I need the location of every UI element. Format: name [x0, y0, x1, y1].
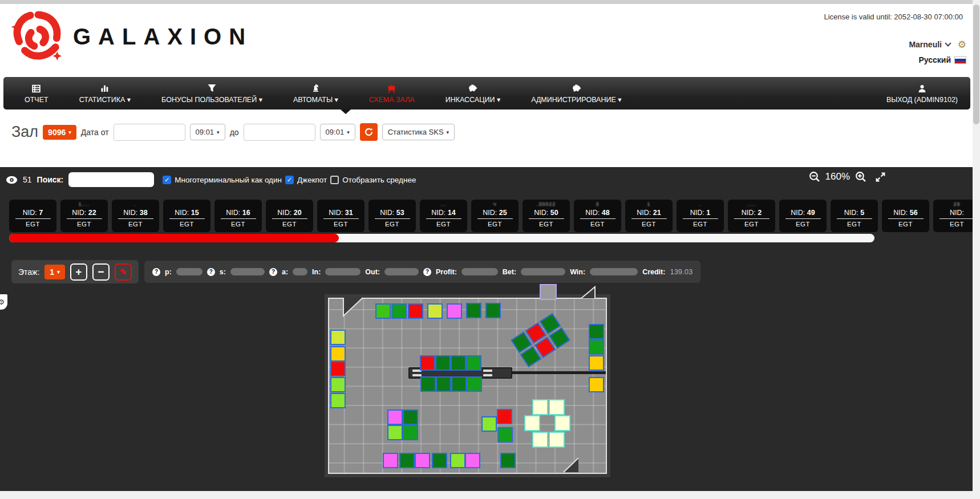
map-machine[interactable]: [554, 415, 570, 431]
checkbox-checked-icon[interactable]: ✓: [163, 176, 171, 184]
help-icon[interactable]: ?: [423, 268, 431, 276]
map-machine[interactable]: [387, 409, 403, 425]
machine-card[interactable]: NID: 5EGT: [831, 200, 878, 232]
checkbox-checked-icon[interactable]: ✓: [285, 176, 294, 184]
machine-card[interactable]: NID: 15EGT: [163, 200, 210, 232]
map-machine[interactable]: [497, 427, 513, 443]
hall-select[interactable]: 9096 ▾: [43, 125, 76, 140]
map-machine[interactable]: [450, 453, 465, 468]
map-machine[interactable]: [387, 425, 403, 440]
map-machine[interactable]: [447, 303, 462, 319]
settings-gear-icon[interactable]: ⚙: [958, 39, 966, 51]
map-machine[interactable]: [383, 453, 398, 468]
map-machine[interactable]: [589, 324, 604, 339]
edit-pencil-button[interactable]: ✎: [115, 263, 132, 281]
checkbox-1[interactable]: ✓Многотерминальный как один: [163, 176, 282, 184]
zoom-out-icon[interactable]: [809, 171, 820, 182]
map-machine[interactable]: [403, 425, 418, 440]
map-machine[interactable]: [330, 330, 346, 345]
date-to-input[interactable]: [244, 124, 315, 141]
machine-card[interactable]: NID: 56EGT: [882, 200, 929, 232]
machine-card[interactable]: NID: 53EGT: [368, 200, 416, 232]
nav-item-4[interactable]: АВТОМАТЫ ▾: [278, 77, 354, 109]
refresh-button[interactable]: [360, 123, 378, 141]
nav-item-2[interactable]: СТАТИСТИКА ▾: [64, 77, 146, 109]
cards-scrollbar-thumb[interactable]: [9, 234, 339, 242]
machine-card[interactable]: 3NID: 48EGT: [574, 200, 621, 232]
machine-card[interactable]: ...NID: 14EGT: [420, 200, 467, 232]
map-machine[interactable]: [481, 416, 497, 432]
location-dropdown[interactable]: Marneuli: [909, 40, 950, 49]
map-machine[interactable]: [399, 453, 415, 468]
map-machine[interactable]: [403, 409, 418, 425]
machine-card[interactable]: .....NID: 2EGT: [728, 200, 775, 232]
map-machine[interactable]: [466, 355, 481, 371]
map-machine[interactable]: [589, 355, 604, 371]
nav-item-1[interactable]: ОТЧЕТ: [9, 77, 64, 109]
map-machine[interactable]: [549, 432, 565, 448]
machine-card[interactable]: .NID: 38EGT: [112, 200, 159, 232]
zoom-plus-button[interactable]: +: [70, 263, 87, 281]
zoom-minus-button[interactable]: −: [92, 263, 110, 281]
map-machine[interactable]: [436, 376, 451, 392]
machine-card[interactable]: NID: 20EGT: [266, 200, 313, 232]
map-machine[interactable]: [485, 303, 501, 318]
map-machine[interactable]: [330, 361, 346, 376]
machine-card[interactable]: .NID: 1EGT: [677, 200, 724, 232]
map-machine[interactable]: [330, 377, 346, 392]
map-machine[interactable]: [549, 399, 565, 415]
machine-card[interactable]: чNID: 25EGT: [471, 200, 519, 232]
map-machine[interactable]: [415, 453, 430, 468]
map-machine[interactable]: [420, 376, 436, 392]
sks-stats-button[interactable]: Статистика SKS ▾: [382, 124, 455, 140]
map-machine[interactable]: [451, 376, 467, 392]
zoom-in-icon[interactable]: [855, 171, 866, 182]
checkbox-2[interactable]: ✓Джекпот: [285, 176, 327, 184]
map-machine[interactable]: [465, 453, 480, 468]
machine-card[interactable]: NID: 49EGT: [779, 200, 827, 232]
search-input[interactable]: [68, 172, 154, 187]
map-machine[interactable]: [497, 409, 512, 424]
eye-icon[interactable]: [6, 176, 18, 184]
checkbox-3[interactable]: Отобразить среднее: [330, 176, 416, 184]
map-machine[interactable]: [524, 415, 540, 431]
checkbox-unchecked-icon[interactable]: [330, 176, 339, 184]
map-machine[interactable]: [391, 303, 407, 319]
map-machine[interactable]: [435, 355, 451, 371]
machine-card[interactable]: 1....NID: 22EGT: [60, 200, 108, 232]
machine-card[interactable]: 1NID: 21EGT: [625, 200, 673, 232]
machine-card[interactable]: NID: 16EGT: [214, 200, 262, 232]
map-machine[interactable]: [532, 399, 548, 415]
time-to-select[interactable]: 09:01 ▾: [320, 124, 355, 140]
nav-item-5[interactable]: СХЕМА ЗАЛА: [354, 77, 430, 109]
map-machine[interactable]: [589, 339, 604, 355]
map-machine[interactable]: [427, 303, 443, 319]
nav-item-logout[interactable]: ВЫХОД (ADMIN9102): [871, 77, 970, 109]
language-switcher[interactable]: Русский: [918, 55, 966, 64]
map-machine[interactable]: [589, 377, 604, 392]
map-machine[interactable]: [500, 453, 516, 468]
map-machine[interactable]: [467, 376, 482, 392]
floor-select[interactable]: 1 ▾: [44, 265, 64, 279]
machine-card[interactable]: 29NID: EGT: [933, 200, 973, 232]
map-machine[interactable]: [330, 346, 346, 362]
time-from-select[interactable]: 09:01 ▾: [190, 124, 225, 140]
machine-card[interactable]: .30022NID: 50EGT: [523, 200, 570, 232]
fullscreen-icon[interactable]: [875, 172, 886, 182]
cards-scrollbar-track[interactable]: [9, 234, 874, 242]
map-machine[interactable]: [466, 303, 481, 318]
map-machine[interactable]: [451, 355, 466, 371]
help-icon[interactable]: ?: [207, 268, 215, 276]
map-machine[interactable]: [375, 303, 391, 319]
map-machine[interactable]: [420, 355, 435, 371]
machine-card[interactable]: NID: 7EGT: [9, 200, 56, 232]
nav-item-3[interactable]: БОНУСЫ ПОЛЬЗОВАТЕЛЕЙ ▾: [146, 77, 278, 109]
map-machine[interactable]: [532, 432, 548, 448]
help-icon[interactable]: ?: [269, 268, 277, 276]
reserved-spot-square[interactable]: [540, 284, 557, 300]
help-icon[interactable]: ?: [152, 268, 160, 276]
page-scrollbar-thumb[interactable]: [973, 5, 979, 124]
nav-item-7[interactable]: АДМИНИСТРИРОВАНИЕ ▾: [516, 77, 637, 109]
nav-item-6[interactable]: ИНКАССАЦИИ ▾: [430, 77, 516, 109]
date-from-input[interactable]: [114, 124, 185, 141]
